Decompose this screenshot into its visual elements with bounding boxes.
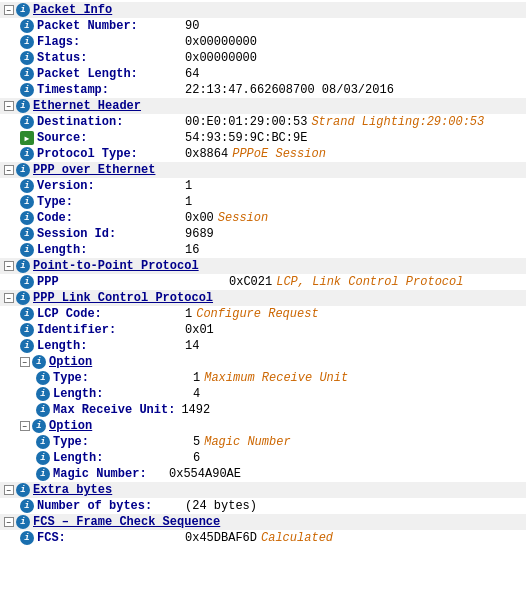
field-comment: Configure Request [196,307,318,321]
field-code: Code: 0x00 Session [0,210,526,226]
section-fcs[interactable]: FCS – Frame Check Sequence [0,514,526,530]
icon-field [20,275,34,289]
label-extra-bytes[interactable]: Extra bytes [33,483,112,497]
toggle-ppp-over-ethernet[interactable] [4,165,14,175]
fields-packet-info: Packet Number: 90 Flags: 0x00000000 Stat… [0,18,526,98]
packet-tree: Packet Info Packet Number: 90 Flags: 0x0… [0,0,526,548]
field-packet-length: Packet Length: 64 [0,66,526,82]
fields-option1: Type: 1 Maximum Receive Unit Length: 4 M… [0,370,526,418]
icon-field [20,51,34,65]
label-lcp[interactable]: PPP Link Control Protocol [33,291,213,305]
field-label: Length: [37,243,177,257]
icon-field [20,227,34,241]
label-ppp[interactable]: Point-to-Point Protocol [33,259,199,273]
label-option2[interactable]: Option [49,419,92,433]
field-comment: Session [218,211,268,225]
icon-field [20,67,34,81]
field-comment: Strand Lighting:29:00:53 [311,115,484,129]
icon-lcp [16,291,30,305]
fields-extra-bytes: Number of bytes: (24 bytes) [0,498,526,514]
field-label: LCP Code: [37,307,177,321]
field-value: 0xC021 [229,275,272,289]
field-value: 9689 [185,227,214,241]
field-label: Length: [37,339,177,353]
field-value: 1 [193,371,200,385]
field-label: Type: [37,195,177,209]
field-value: 0x00 [185,211,214,225]
field-source: Source: 54:93:59:9C:BC:9E [0,130,526,146]
field-value: 22:13:47.662608700 08/03/2016 [185,83,394,97]
field-label: Type: [53,371,163,385]
icon-field [20,179,34,193]
icon-field [20,147,34,161]
toggle-option1[interactable] [20,357,30,367]
field-label: Flags: [37,35,177,49]
field-label: Length: [53,387,163,401]
field-value: 16 [185,243,199,257]
field-label: Packet Length: [37,67,177,81]
section-ppp[interactable]: Point-to-Point Protocol [0,258,526,274]
field-label: Length: [53,451,163,465]
fields-ppp-over-ethernet: Version: 1 Type: 1 Code: 0x00 Session Se… [0,178,526,258]
section-option2[interactable]: Option [0,418,526,434]
field-option2-length: Length: 6 [0,450,526,466]
icon-field [20,83,34,97]
toggle-extra-bytes[interactable] [4,485,14,495]
icon-field [20,307,34,321]
field-value: 0x554A90AE [169,467,241,481]
toggle-lcp[interactable] [4,293,14,303]
toggle-packet-info[interactable] [4,5,14,15]
field-label: Code: [37,211,177,225]
label-fcs[interactable]: FCS – Frame Check Sequence [33,515,220,529]
section-ppp-over-ethernet[interactable]: PPP over Ethernet [0,162,526,178]
field-num-bytes: Number of bytes: (24 bytes) [0,498,526,514]
toggle-ppp[interactable] [4,261,14,271]
fields-ethernet-header: Destination: 00:E0:01:29:00:53 Strand Li… [0,114,526,162]
field-lcp-code: LCP Code: 1 Configure Request [0,306,526,322]
field-label: Identifier: [37,323,177,337]
label-ethernet-header[interactable]: Ethernet Header [33,99,141,113]
icon-field [20,243,34,257]
field-status: Status: 0x00000000 [0,50,526,66]
icon-field [36,403,50,417]
section-lcp[interactable]: PPP Link Control Protocol [0,290,526,306]
field-comment: Maximum Receive Unit [204,371,348,385]
icon-ppp-over-ethernet [16,163,30,177]
field-value: 6 [193,451,200,465]
field-comment: Calculated [261,531,333,545]
icon-field [36,451,50,465]
field-identifier: Identifier: 0x01 [0,322,526,338]
field-option2-type: Type: 5 Magic Number [0,434,526,450]
field-value: 1 [185,307,192,321]
field-label: Packet Number: [37,19,177,33]
field-value: 0x00000000 [185,35,257,49]
field-length-lcp: Length: 14 [0,338,526,354]
field-destination: Destination: 00:E0:01:29:00:53 Strand Li… [0,114,526,130]
toggle-fcs[interactable] [4,517,14,527]
toggle-option2[interactable] [20,421,30,431]
label-option1[interactable]: Option [49,355,92,369]
icon-field [20,195,34,209]
icon-option2 [32,419,46,433]
fields-lcp: LCP Code: 1 Configure Request Identifier… [0,306,526,482]
icon-field [20,323,34,337]
icon-extra-bytes [16,483,30,497]
icon-field-green [20,131,34,145]
field-label: Protocol Type: [37,147,177,161]
icon-fcs [16,515,30,529]
field-option1-type: Type: 1 Maximum Receive Unit [0,370,526,386]
toggle-ethernet-header[interactable] [4,101,14,111]
icon-ppp [16,259,30,273]
field-label: Status: [37,51,177,65]
field-value: 1 [185,179,192,193]
field-value: 54:93:59:9C:BC:9E [185,131,307,145]
section-ethernet-header[interactable]: Ethernet Header [0,98,526,114]
label-ppp-over-ethernet[interactable]: PPP over Ethernet [33,163,155,177]
label-packet-info[interactable]: Packet Info [33,3,112,17]
section-packet-info[interactable]: Packet Info [0,2,526,18]
icon-field [36,387,50,401]
section-extra-bytes[interactable]: Extra bytes [0,482,526,498]
fields-option2: Type: 5 Magic Number Length: 6 Magic Num… [0,434,526,482]
field-label: Number of bytes: [37,499,177,513]
section-option1[interactable]: Option [0,354,526,370]
